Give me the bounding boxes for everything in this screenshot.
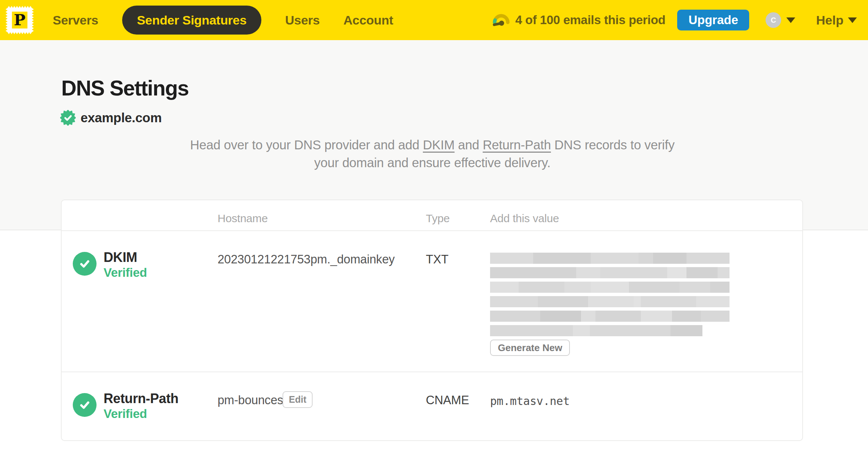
- nav-item-sender-signatures[interactable]: Sender Signatures: [122, 6, 261, 35]
- domain-name: example.com: [81, 110, 161, 125]
- help-label: Help: [816, 13, 843, 27]
- record-name: Return-Path: [104, 391, 179, 406]
- gauge-icon: [492, 11, 510, 29]
- primary-nav: Servers Sender Signatures Users Account: [53, 6, 393, 35]
- edit-button[interactable]: Edit: [283, 391, 313, 408]
- topbar-right-cluster: 4 of 100 emails this period Upgrade C He…: [492, 10, 857, 30]
- page-title: DNS Settings: [61, 76, 189, 100]
- nav-item-users[interactable]: Users: [285, 13, 320, 27]
- table-header-row: Hostname Type Add this value: [62, 200, 802, 231]
- dns-settings-page: P Servers Sender Signatures Users Accoun…: [0, 0, 868, 454]
- redacted-value-line: [490, 325, 702, 336]
- column-header-type: Type: [426, 212, 450, 225]
- redacted-value-line: [490, 296, 730, 307]
- usage-text: 4 of 100 emails this period: [515, 13, 666, 27]
- dkim-link[interactable]: DKIM: [423, 138, 454, 152]
- help-menu-button[interactable]: Help: [816, 13, 857, 27]
- svg-text:P: P: [14, 11, 25, 29]
- dns-records-card: Hostname Type Add this value DKIM Verifi…: [61, 200, 803, 441]
- redacted-value-line: [490, 282, 730, 293]
- record-type: TXT: [426, 253, 448, 266]
- avatar: C: [766, 12, 781, 28]
- usage-meter-link[interactable]: 4 of 100 emails this period: [492, 11, 666, 29]
- return-path-link[interactable]: Return-Path: [483, 138, 551, 152]
- record-status: Verified: [104, 407, 147, 421]
- row-divider: [62, 372, 802, 372]
- record-type: CNAME: [426, 393, 469, 407]
- postmark-stamp-logo-icon[interactable]: P: [5, 4, 34, 36]
- record-name: DKIM: [104, 250, 137, 265]
- intro-middle: and: [454, 138, 483, 152]
- nav-item-servers[interactable]: Servers: [53, 13, 98, 27]
- record-status: Verified: [104, 266, 147, 280]
- verified-domain: example.com: [60, 110, 161, 126]
- top-navigation-bar: P Servers Sender Signatures Users Accoun…: [0, 0, 868, 40]
- verified-check-icon: [73, 393, 97, 417]
- redacted-dns-value: [490, 253, 730, 340]
- redacted-value-line: [490, 253, 730, 264]
- record-hostname: 20230121221753pm._domainkey: [218, 253, 395, 266]
- redacted-value-line: [490, 267, 730, 278]
- upgrade-button[interactable]: Upgrade: [677, 10, 749, 30]
- column-header-hostname: Hostname: [218, 212, 268, 225]
- column-header-add-this-value: Add this value: [490, 212, 559, 225]
- account-menu-button[interactable]: C: [766, 12, 795, 28]
- intro-prefix: Head over to your DNS provider and add: [190, 138, 423, 152]
- verified-seal-icon: [60, 110, 76, 126]
- generate-new-button[interactable]: Generate New: [490, 340, 570, 356]
- intro-text: Head over to your DNS provider and add D…: [62, 136, 803, 172]
- chevron-down-icon: [848, 17, 857, 23]
- redacted-value-line: [490, 311, 730, 322]
- verified-check-icon: [73, 252, 97, 276]
- chevron-down-icon: [786, 17, 795, 23]
- record-hostname: pm-bounces: [218, 393, 283, 407]
- record-value: pm.mtasv.net: [490, 395, 570, 408]
- nav-item-account[interactable]: Account: [343, 13, 393, 27]
